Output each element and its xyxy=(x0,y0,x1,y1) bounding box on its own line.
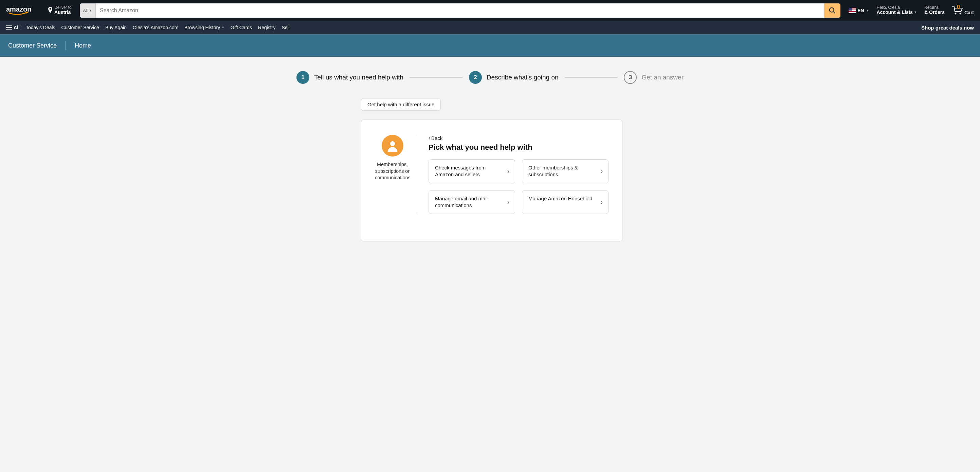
chevron-right-icon: › xyxy=(601,167,603,175)
deliver-to-country: Austria xyxy=(54,10,72,15)
top-nav: amazon Deliver to Austria All ▼ EN ▼ xyxy=(0,0,980,21)
help-option[interactable]: Manage email and mail communications› xyxy=(428,190,515,214)
svg-point-1 xyxy=(830,8,834,12)
chevron-right-icon: › xyxy=(508,167,509,175)
svg-line-2 xyxy=(833,11,835,13)
svg-point-5 xyxy=(390,141,395,146)
step: 2Describe what's going on xyxy=(469,71,558,84)
dropdown-triangle-icon: ▼ xyxy=(89,9,92,12)
step-label: Tell us what you need help with xyxy=(314,74,403,81)
step-circle: 1 xyxy=(296,71,309,84)
hamburger-icon xyxy=(6,24,12,30)
nav-link-label: Olesia's Amazon.com xyxy=(133,25,178,30)
svg-text:amazon: amazon xyxy=(6,5,31,13)
nav-link-label: Today's Deals xyxy=(26,25,55,30)
nav-link-label: Registry xyxy=(258,25,275,30)
step: 3Get an answer xyxy=(624,71,684,84)
help-option-label: Manage Amazon Household xyxy=(528,195,592,201)
help-option[interactable]: Manage Amazon Household› xyxy=(522,190,609,214)
search-bar: All ▼ xyxy=(80,3,841,17)
deliver-to[interactable]: Deliver to Austria xyxy=(45,4,74,17)
avatar-icon xyxy=(382,135,403,157)
help-options: Check messages from Amazon and sellers›O… xyxy=(428,159,609,214)
nav-all-label: All xyxy=(14,25,20,30)
dropdown-triangle-icon: ▼ xyxy=(914,11,917,14)
help-option-label: Other memberships & subscriptions xyxy=(528,165,578,177)
step-label: Describe what's going on xyxy=(487,74,558,81)
svg-point-3 xyxy=(955,13,956,14)
us-flag-icon xyxy=(849,8,856,13)
cs-bar: Customer Service Home xyxy=(0,34,980,57)
nav-all-menu[interactable]: All xyxy=(4,22,22,33)
help-option[interactable]: Other memberships & subscriptions› xyxy=(522,159,609,183)
help-card: Memberships, subscriptions or communicat… xyxy=(361,119,622,242)
back-link[interactable]: ‹ Back xyxy=(428,135,442,141)
returns-l2: & Orders xyxy=(924,10,945,15)
nav-link[interactable]: Sell xyxy=(282,23,289,32)
help-option-label: Check messages from Amazon and sellers xyxy=(435,165,485,177)
nav-link[interactable]: Today's Deals xyxy=(26,23,55,32)
different-issue-button[interactable]: Get help with a different issue xyxy=(361,98,441,111)
cart-label: Cart xyxy=(964,10,974,15)
nav-link-label: Customer Service xyxy=(62,25,99,30)
card-sidebar-label: Memberships, subscriptions or communicat… xyxy=(375,161,410,181)
nav-link-label: Gift Cards xyxy=(231,25,252,30)
card-sidebar: Memberships, subscriptions or communicat… xyxy=(375,135,416,214)
content-wrap: 1Tell us what you need help with2Describ… xyxy=(0,57,980,472)
search-button[interactable] xyxy=(824,3,840,17)
nav-link[interactable]: Gift Cards xyxy=(231,23,252,32)
dropdown-triangle-icon: ▼ xyxy=(221,26,224,29)
cs-tab-home[interactable]: Home xyxy=(75,42,91,49)
nav-link[interactable]: Buy Again xyxy=(105,23,127,32)
nav-link[interactable]: Customer Service xyxy=(62,23,99,32)
language-selector[interactable]: EN ▼ xyxy=(846,5,872,17)
nav-link-label: Sell xyxy=(282,25,289,30)
back-label: Back xyxy=(431,135,442,141)
nav-link[interactable]: Browsing History▼ xyxy=(185,23,224,32)
step-indicator: 1Tell us what you need help with2Describ… xyxy=(296,71,684,84)
help-title: Pick what you need help with xyxy=(428,143,609,152)
nav-links: Today's DealsCustomer ServiceBuy AgainOl… xyxy=(26,23,290,32)
nav-link[interactable]: Olesia's Amazon.com xyxy=(133,23,178,32)
step-label: Get an answer xyxy=(641,74,684,81)
account-label: Account & Lists xyxy=(877,10,913,15)
search-category-dropdown[interactable]: All ▼ xyxy=(80,3,96,17)
dropdown-triangle-icon: ▼ xyxy=(866,9,869,12)
help-option[interactable]: Check messages from Amazon and sellers› xyxy=(428,159,515,183)
chevron-left-icon: ‹ xyxy=(428,135,431,141)
search-input[interactable] xyxy=(96,3,824,17)
chevron-right-icon: › xyxy=(508,198,509,206)
chevron-right-icon: › xyxy=(601,198,603,206)
cart-count: 0 xyxy=(957,4,960,10)
nav-promo-link[interactable]: Shop great deals now xyxy=(921,25,976,30)
search-category-label: All xyxy=(83,8,88,13)
language-label: EN xyxy=(858,8,864,13)
step-circle: 2 xyxy=(469,71,482,84)
help-option-label: Manage email and mail communications xyxy=(435,195,488,208)
cs-tab-customer-service[interactable]: Customer Service xyxy=(8,42,57,49)
step-circle: 3 xyxy=(624,71,637,84)
amazon-logo-icon: amazon xyxy=(6,5,40,16)
sub-nav: All Today's DealsCustomer ServiceBuy Aga… xyxy=(0,21,980,34)
cart[interactable]: 0 Cart xyxy=(950,3,977,18)
nav-link[interactable]: Registry xyxy=(258,23,275,32)
nav-link-label: Browsing History xyxy=(185,25,220,30)
search-icon xyxy=(829,7,836,14)
location-pin-icon xyxy=(48,7,53,14)
account-menu[interactable]: Hello, Olesia Account & Lists ▼ xyxy=(874,3,920,17)
divider xyxy=(65,41,66,50)
nav-link-label: Buy Again xyxy=(105,25,127,30)
step: 1Tell us what you need help with xyxy=(296,71,403,84)
svg-point-4 xyxy=(959,13,961,14)
returns-orders[interactable]: Returns & Orders xyxy=(921,3,947,17)
amazon-logo[interactable]: amazon xyxy=(3,3,43,17)
